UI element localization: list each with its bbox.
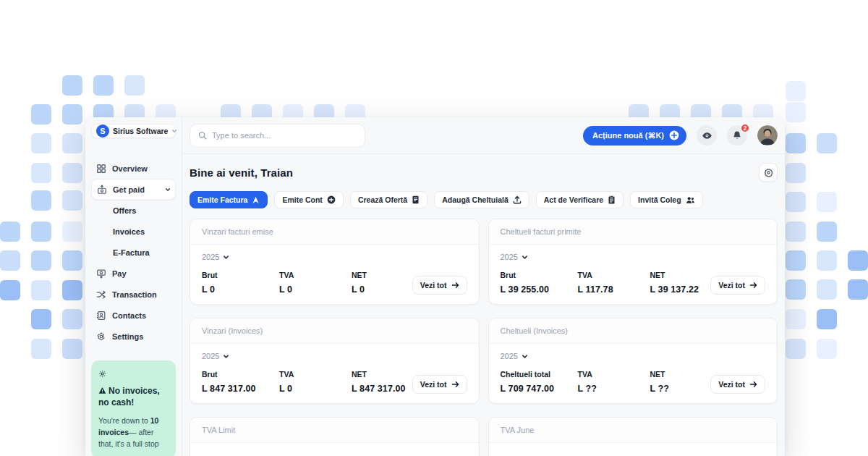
search-icon xyxy=(198,131,207,140)
card-title: TVA June xyxy=(489,418,778,443)
topbar: Acțiune nouă (⌘K) 2 xyxy=(182,117,785,154)
stat-value: L 39 255.00 xyxy=(501,284,578,295)
money-receive-icon xyxy=(96,184,107,195)
bg-square xyxy=(31,221,51,242)
stat-value: L 117.78 xyxy=(578,284,650,295)
sidebar-item-offers[interactable]: Offers xyxy=(91,200,176,221)
search-input[interactable] xyxy=(212,131,357,140)
bg-square xyxy=(31,339,51,359)
bg-square xyxy=(786,102,806,122)
sidebar-item-label: Pay xyxy=(112,269,127,278)
bg-square xyxy=(62,221,82,242)
dashboard-settings-button[interactable] xyxy=(759,163,778,182)
bg-square xyxy=(31,163,51,183)
sidebar-item-get-paid[interactable]: Get paid xyxy=(91,179,176,200)
bg-square xyxy=(124,75,145,96)
bg-square xyxy=(786,250,806,271)
bg-square xyxy=(31,250,51,271)
stat-value: L 0 xyxy=(279,284,352,295)
sidebar-item-e-factura[interactable]: E-Factura xyxy=(91,242,176,263)
bg-square xyxy=(62,133,82,153)
card-title: Cheltueli (Invoices) xyxy=(489,318,778,344)
card-title: Cheltueli facturi primite xyxy=(489,219,778,245)
see-all-button[interactable]: Vezi tot xyxy=(412,276,467,295)
card-cheltueli-facturi-primite: Cheltueli facturi primite 2025 BrutL 39 … xyxy=(488,219,778,305)
sidebar-item-contacts[interactable]: Contacts xyxy=(91,305,176,326)
bg-square xyxy=(0,250,20,271)
plus-circle-icon xyxy=(327,195,336,204)
year-select[interactable]: 2025 xyxy=(501,253,528,261)
visibility-button[interactable] xyxy=(697,125,717,145)
sidebar-item-pay[interactable]: Pay xyxy=(91,263,176,284)
chevron-down-icon xyxy=(522,353,528,360)
dashboard-content: Bine ai venit, Traian Emite Factura Emit… xyxy=(182,154,785,456)
chevron-down-icon xyxy=(165,187,171,193)
search-box[interactable] xyxy=(190,124,365,148)
chevron-down-icon xyxy=(223,254,229,261)
sidebar-item-label: Contacts xyxy=(112,311,146,320)
emite-cont-button[interactable]: Emite Cont xyxy=(274,191,343,208)
card-vinzari-facturi-emise: Vinzari facturi emise 2025 BrutL 0 TVAL … xyxy=(190,219,480,305)
emite-factura-button[interactable]: Emite Factura xyxy=(190,191,268,208)
shuffle-icon xyxy=(95,289,106,300)
stat-label: NET xyxy=(650,271,711,279)
bg-square xyxy=(31,133,51,153)
act-de-verificare-button[interactable]: Act de Verificare xyxy=(536,191,624,208)
notifications-button[interactable]: 2 xyxy=(727,125,747,145)
send-icon xyxy=(252,196,260,204)
stat-label: TVA xyxy=(279,370,352,379)
adauga-cheltuiala-button[interactable]: Adaugă Cheltuială xyxy=(434,191,529,208)
bg-square xyxy=(0,221,20,242)
see-all-button[interactable]: Vezi tot xyxy=(710,276,765,295)
see-all-button[interactable]: Vezi tot xyxy=(710,375,765,394)
stat-value: L 0 xyxy=(279,384,352,394)
new-action-button[interactable]: Acțiune nouă (⌘K) xyxy=(583,126,686,145)
year-select[interactable]: 2025 xyxy=(501,352,528,360)
bg-square xyxy=(786,309,806,329)
stat-value: L ?? xyxy=(578,384,650,394)
sidebar-item-invoices[interactable]: Invoices xyxy=(91,221,176,242)
year-select[interactable]: 2025 xyxy=(202,253,229,261)
no-invoices-alert: No invoices, no cash! You're down to 10 … xyxy=(91,360,176,456)
alert-body: You're down to 10 invoices— after that, … xyxy=(98,415,169,449)
sidebar-item-label: E-Factura xyxy=(113,248,150,257)
invita-coleg-button[interactable]: Invită Coleg xyxy=(630,191,703,208)
plus-circle-icon xyxy=(669,130,679,140)
sidebar-item-label: Transaction xyxy=(112,290,157,299)
workspace-switcher[interactable]: S Sirius Software xyxy=(91,124,176,138)
bg-square xyxy=(62,104,82,124)
sidebar-item-label: Offers xyxy=(113,206,136,215)
bg-square xyxy=(93,75,114,96)
app-window: S Sirius Software Overview Get paid xyxy=(85,117,785,456)
year-select[interactable]: 2025 xyxy=(202,352,229,360)
bg-square xyxy=(31,309,51,329)
arrow-right-icon xyxy=(451,381,459,388)
upload-icon xyxy=(513,195,522,204)
creaza-oferta-button[interactable]: Crează Ofertă xyxy=(350,191,427,208)
bg-square xyxy=(817,339,837,359)
bg-square xyxy=(62,190,82,211)
arrow-right-icon xyxy=(451,282,459,289)
user-avatar[interactable] xyxy=(757,125,778,145)
sidebar-item-label: Overview xyxy=(112,164,148,173)
sidebar-item-settings[interactable]: Settings xyxy=(91,326,176,347)
card-title: Vinzari facturi emise xyxy=(190,219,479,245)
chevron-down-icon xyxy=(171,128,177,134)
stat-label: Brut xyxy=(202,370,279,379)
chevron-down-icon xyxy=(223,353,229,360)
money-send-icon xyxy=(95,268,106,279)
bg-square xyxy=(786,279,806,300)
bg-square xyxy=(31,280,51,300)
stat-label: TVA xyxy=(578,370,650,379)
sidebar-item-overview[interactable]: Overview xyxy=(91,158,176,179)
bg-square xyxy=(786,339,806,359)
stat-value: L 847 317.00 xyxy=(202,384,279,394)
bg-square xyxy=(848,279,868,300)
card-tva-limit: TVA Limit Anul curent Pana limit xyxy=(190,417,480,456)
sidebar-item-transaction[interactable]: Transaction xyxy=(91,284,176,305)
see-all-button[interactable]: Vezi tot xyxy=(412,375,467,394)
sidebar: S Sirius Software Overview Get paid xyxy=(85,117,182,456)
clipboard-icon xyxy=(608,195,616,204)
stat-value: L 0 xyxy=(352,284,412,295)
bg-square xyxy=(786,81,806,101)
